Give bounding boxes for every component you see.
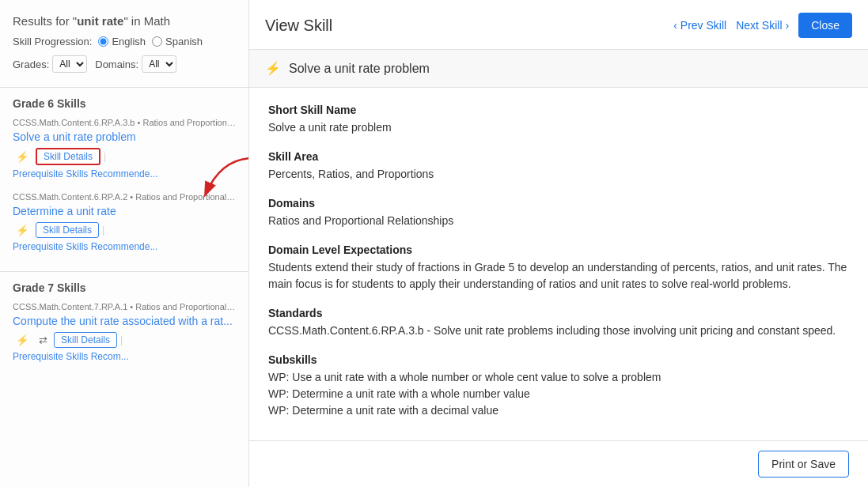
skill-name-1[interactable]: Solve a unit rate problem — [13, 130, 236, 143]
skill-details-button-2[interactable]: Skill Details — [36, 222, 99, 238]
grades-select[interactable]: All — [52, 55, 87, 73]
bolt-button-2[interactable]: ⚡ — [13, 223, 32, 238]
skill-actions-1: ⚡ Skill Details | Prerequisite Skills Re… — [13, 148, 236, 179]
right-panel: View Skill ‹ Prev Skill Next Skill › Clo… — [249, 0, 868, 487]
next-skill-label: Next Skill — [736, 19, 782, 32]
panel-title: View Skill — [265, 17, 332, 35]
value-short-skill-name: Solve a unit rate problem — [268, 119, 849, 136]
skill-title-bar: ⚡ Solve a unit rate problem — [249, 50, 868, 88]
filters-row: Grades: All Domains: All — [13, 55, 236, 79]
prereq-button-2[interactable]: Prerequisite Skills Recommende... — [13, 241, 157, 252]
skill-actions-3: ⚡ ⇄ Skill Details | Prerequisite Skills … — [13, 332, 236, 362]
skill-card-2: CCSS.Math.Content.6.RP.A.2 • Ratios and … — [13, 192, 236, 252]
bolt-button-3[interactable]: ⚡ — [13, 333, 32, 348]
prereq-button-3[interactable]: Prerequisite Skills Recom... — [13, 351, 129, 362]
prev-skill-label: Prev Skill — [680, 19, 726, 32]
english-radio-label[interactable]: English — [98, 36, 146, 47]
skill-details-button-1[interactable]: Skill Details — [36, 148, 100, 165]
section-domains: Domains Ratios and Proportional Relation… — [268, 197, 849, 229]
skill-card-3: CCSS.Math.Content.7.RP.A.1 • Ratios and … — [13, 302, 236, 362]
value-standards: CCSS.Math.Content.6.RP.A.3.b - Solve uni… — [268, 323, 849, 339]
section-domain-level-expectations: Domain Level Expectations Students exten… — [268, 244, 849, 293]
label-domain-level-expectations: Domain Level Expectations — [268, 244, 849, 256]
separator-1: | — [104, 151, 106, 162]
bolt-button-1[interactable]: ⚡ — [13, 149, 32, 164]
skill-details-button-3[interactable]: Skill Details — [54, 332, 117, 348]
skill-name-3[interactable]: Compute the unit rate associated with a … — [13, 315, 236, 327]
panel-header: View Skill ‹ Prev Skill Next Skill › Clo… — [249, 0, 868, 50]
grade6-section: Grade 6 Skills CCSS.Math.Content.6.RP.A.… — [0, 88, 248, 271]
english-label: English — [112, 36, 146, 47]
search-results-title: Results for "unit rate" in Math — [13, 14, 236, 28]
skill-actions-2: ⚡ Skill Details | Prerequisite Skills Re… — [13, 222, 236, 252]
skill-title-text: Solve a unit rate problem — [289, 62, 430, 76]
domains-label: Domains: — [95, 59, 138, 70]
bolt-icon-3: ⚡ — [16, 334, 29, 346]
grades-filter: Grades: All — [13, 55, 87, 73]
skill-standard-3: CCSS.Math.Content.7.RP.A.1 • Ratios and … — [13, 302, 236, 311]
skill-bolt-icon: ⚡ — [265, 61, 281, 76]
left-panel: Results for "unit rate" in Math Skill Pr… — [0, 0, 249, 487]
value-skill-area: Percents, Ratios, and Proportions — [268, 166, 849, 183]
next-skill-button[interactable]: Next Skill › — [736, 19, 789, 32]
spanish-radio-label[interactable]: Spanish — [152, 36, 203, 47]
chevron-left-icon: ‹ — [673, 19, 677, 32]
grade7-heading: Grade 7 Skills — [13, 281, 236, 294]
left-header: Results for "unit rate" in Math Skill Pr… — [0, 0, 248, 87]
section-short-skill-name: Short Skill Name Solve a unit rate probl… — [268, 104, 849, 136]
label-short-skill-name: Short Skill Name — [268, 104, 849, 116]
label-standards: Standards — [268, 307, 849, 319]
skill-standard-2: CCSS.Math.Content.6.RP.A.2 • Ratios and … — [13, 192, 236, 202]
skill-card-1: CCSS.Math.Content.6.RP.A.3.b • Ratios an… — [13, 118, 236, 179]
spanish-radio[interactable] — [152, 36, 162, 47]
subject: Math — [144, 14, 170, 28]
panel-footer: Print or Save — [249, 440, 868, 487]
domains-filter: Domains: All — [95, 55, 176, 73]
skill-name-2[interactable]: Determine a unit rate — [13, 205, 236, 217]
separator-2: | — [102, 225, 104, 236]
skill-progression-row: Skill Progression: English Spanish — [13, 36, 236, 47]
value-domain-level-expectations: Students extend their study of fractions… — [268, 259, 849, 293]
extra-btn-3[interactable]: ⇄ — [36, 333, 51, 348]
close-button[interactable]: Close — [798, 13, 852, 38]
separator-3: | — [120, 334, 123, 345]
grade6-heading: Grade 6 Skills — [13, 97, 236, 110]
print-save-button[interactable]: Print or Save — [758, 451, 849, 478]
panel-body: Short Skill Name Solve a unit rate probl… — [249, 88, 868, 440]
domains-select[interactable]: All — [142, 55, 176, 73]
label-domains: Domains — [268, 197, 849, 210]
value-subskills: WP: Use a unit rate with a whole number … — [268, 369, 849, 419]
section-subskills: Subskills WP: Use a unit rate with a who… — [268, 353, 849, 419]
chevron-right-icon: › — [786, 19, 790, 32]
header-actions: ‹ Prev Skill Next Skill › Close — [673, 13, 852, 38]
english-radio[interactable] — [98, 36, 108, 47]
search-term: unit rate — [77, 14, 123, 28]
prereq-button-1[interactable]: Prerequisite Skills Recommende... — [13, 168, 157, 179]
bolt-icon-2: ⚡ — [16, 225, 29, 236]
section-skill-area: Skill Area Percents, Ratios, and Proport… — [268, 150, 849, 183]
spanish-label: Spanish — [165, 36, 203, 47]
value-domains: Ratios and Proportional Relationships — [268, 213, 849, 229]
prev-skill-button[interactable]: ‹ Prev Skill — [673, 19, 726, 32]
label-subskills: Subskills — [268, 353, 849, 366]
label-skill-area: Skill Area — [268, 150, 849, 163]
skill-progression-label: Skill Progression: — [13, 36, 92, 47]
section-standards: Standards CCSS.Math.Content.6.RP.A.3.b -… — [268, 307, 849, 339]
skill-standard-1: CCSS.Math.Content.6.RP.A.3.b • Ratios an… — [13, 118, 236, 127]
grades-label: Grades: — [13, 59, 49, 70]
bolt-icon-1: ⚡ — [16, 151, 29, 163]
grade7-section: Grade 7 Skills CCSS.Math.Content.7.RP.A.… — [0, 272, 248, 381]
